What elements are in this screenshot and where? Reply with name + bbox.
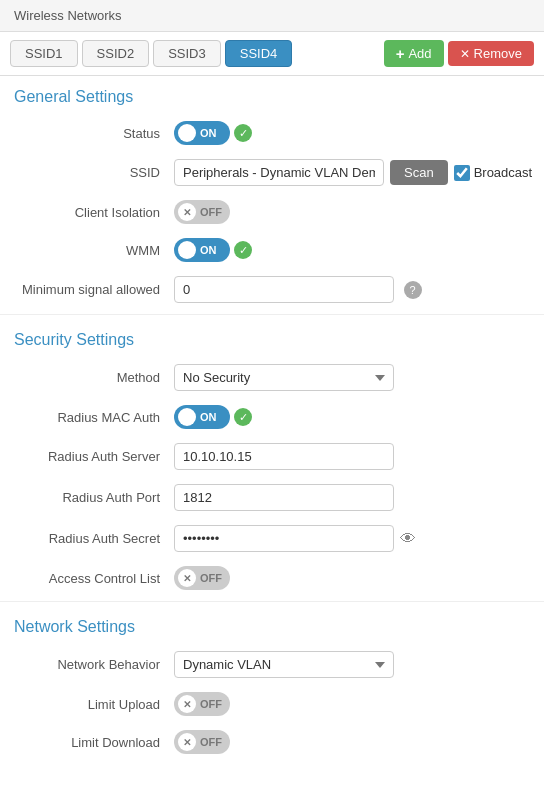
min-signal-control: ? xyxy=(174,276,530,303)
wmm-control: ON ✓ xyxy=(174,238,530,262)
general-settings-title: General Settings xyxy=(0,76,544,114)
limit-download-row: Limit Download ✕ OFF xyxy=(14,723,530,761)
radius-port-label: Radius Auth Port xyxy=(14,490,174,505)
radius-secret-control: 👁 xyxy=(174,525,530,552)
radius-server-input[interactable] xyxy=(174,443,394,470)
limit-upload-control: ✕ OFF xyxy=(174,692,530,716)
acl-label: Access Control List xyxy=(14,571,174,586)
min-signal-row: Minimum signal allowed ? xyxy=(14,269,530,310)
limit-upload-toggle[interactable]: ✕ OFF xyxy=(174,692,230,716)
acl-control: ✕ OFF xyxy=(174,566,530,590)
radius-secret-input[interactable] xyxy=(174,525,394,552)
limit-download-label: Limit Download xyxy=(14,735,174,750)
wmm-row: WMM ON ✓ xyxy=(14,231,530,269)
limit-upload-toggle-knob: ✕ xyxy=(178,695,196,713)
limit-upload-row: Limit Upload ✕ OFF xyxy=(14,685,530,723)
radius-mac-check-icon: ✓ xyxy=(234,408,252,426)
ssid-input[interactable] xyxy=(174,159,384,186)
add-button[interactable]: Add xyxy=(384,40,444,67)
tab-ssid3[interactable]: SSID3 xyxy=(153,40,221,67)
radius-mac-row: Radius MAC Auth ON ✓ xyxy=(14,398,530,436)
radius-port-input[interactable] xyxy=(174,484,394,511)
broadcast-checkbox[interactable] xyxy=(454,165,470,181)
limit-download-control: ✕ OFF xyxy=(174,730,530,754)
acl-row: Access Control List ✕ OFF xyxy=(14,559,530,597)
radius-mac-toggle-group[interactable]: ON ✓ xyxy=(174,405,252,429)
wmm-toggle-label: ON xyxy=(200,244,217,256)
wmm-toggle-knob xyxy=(178,241,196,259)
network-behavior-row: Network Behavior Dynamic VLAN Bridge NAT xyxy=(14,644,530,685)
broadcast-label: Broadcast xyxy=(474,165,533,180)
ssid-row: SSID Scan Broadcast xyxy=(14,152,530,193)
security-settings-section: Security Settings Method No Security WPA… xyxy=(0,319,544,597)
ssid-input-group: Scan Broadcast xyxy=(174,159,532,186)
limit-upload-label: Limit Upload xyxy=(14,697,174,712)
network-settings-section: Network Settings Network Behavior Dynami… xyxy=(0,606,544,761)
radius-port-control xyxy=(174,484,530,511)
radius-mac-label: Radius MAC Auth xyxy=(14,410,174,425)
toggle-knob-off: ✕ xyxy=(178,203,196,221)
tabs-bar: SSID1 SSID2 SSID3 SSID4 Add Remove xyxy=(0,32,544,76)
radius-mac-control: ON ✓ xyxy=(174,405,530,429)
wmm-label: WMM xyxy=(14,243,174,258)
general-settings-section: General Settings Status ON ✓ SSID xyxy=(0,76,544,310)
ssid-label: SSID xyxy=(14,165,174,180)
radius-mac-toggle-label: ON xyxy=(200,411,217,423)
acl-toggle-knob: ✕ xyxy=(178,569,196,587)
network-behavior-control: Dynamic VLAN Bridge NAT xyxy=(174,651,530,678)
method-row: Method No Security WPA2 Personal WPA2 En… xyxy=(14,357,530,398)
security-settings-title: Security Settings xyxy=(0,319,544,357)
acl-toggle[interactable]: ✕ OFF xyxy=(174,566,230,590)
method-label: Method xyxy=(14,370,174,385)
wmm-toggle[interactable]: ON xyxy=(174,238,230,262)
radius-server-control xyxy=(174,443,530,470)
window-title: Wireless Networks xyxy=(14,8,122,23)
method-control: No Security WPA2 Personal WPA2 Enterpris… xyxy=(174,364,530,391)
method-select[interactable]: No Security WPA2 Personal WPA2 Enterpris… xyxy=(174,364,394,391)
acl-toggle-label: OFF xyxy=(200,572,222,584)
limit-download-toggle-knob: ✕ xyxy=(178,733,196,751)
tab-ssid4[interactable]: SSID4 xyxy=(225,40,293,67)
limit-download-toggle[interactable]: ✕ OFF xyxy=(174,730,230,754)
status-label: Status xyxy=(14,126,174,141)
limit-upload-toggle-label: OFF xyxy=(200,698,222,710)
status-row: Status ON ✓ xyxy=(14,114,530,152)
radius-port-row: Radius Auth Port xyxy=(14,477,530,518)
radius-mac-toggle[interactable]: ON xyxy=(174,405,230,429)
client-isolation-toggle-label: OFF xyxy=(200,206,222,218)
radius-mac-toggle-knob xyxy=(178,408,196,426)
client-isolation-row: Client Isolation ✕ OFF xyxy=(14,193,530,231)
min-signal-input[interactable] xyxy=(174,276,394,303)
network-settings-title: Network Settings xyxy=(0,606,544,644)
tab-ssid2[interactable]: SSID2 xyxy=(82,40,150,67)
status-toggle-group[interactable]: ON ✓ xyxy=(174,121,252,145)
tab-ssid1[interactable]: SSID1 xyxy=(10,40,78,67)
client-isolation-label: Client Isolation xyxy=(14,205,174,220)
eye-icon[interactable]: 👁 xyxy=(400,530,416,548)
client-isolation-toggle[interactable]: ✕ OFF xyxy=(174,200,230,224)
ssid-control: Scan Broadcast xyxy=(174,159,532,186)
radius-server-label: Radius Auth Server xyxy=(14,449,174,464)
scan-button[interactable]: Scan xyxy=(390,160,448,185)
limit-download-toggle-label: OFF xyxy=(200,736,222,748)
status-toggle[interactable]: ON xyxy=(174,121,230,145)
status-control: ON ✓ xyxy=(174,121,530,145)
radius-secret-label: Radius Auth Secret xyxy=(14,531,174,546)
help-icon[interactable]: ? xyxy=(404,281,422,299)
network-behavior-select[interactable]: Dynamic VLAN Bridge NAT xyxy=(174,651,394,678)
broadcast-label-group[interactable]: Broadcast xyxy=(454,165,533,181)
status-toggle-label: ON xyxy=(200,127,217,139)
network-behavior-label: Network Behavior xyxy=(14,657,174,672)
toggle-knob xyxy=(178,124,196,142)
window-title-bar: Wireless Networks xyxy=(0,0,544,32)
wmm-toggle-group[interactable]: ON ✓ xyxy=(174,238,252,262)
radius-server-row: Radius Auth Server xyxy=(14,436,530,477)
client-isolation-control: ✕ OFF xyxy=(174,200,530,224)
min-signal-label: Minimum signal allowed xyxy=(14,282,174,297)
remove-button[interactable]: Remove xyxy=(448,41,534,66)
radius-secret-input-group: 👁 xyxy=(174,525,530,552)
status-check-icon: ✓ xyxy=(234,124,252,142)
radius-secret-row: Radius Auth Secret 👁 xyxy=(14,518,530,559)
wmm-check-icon: ✓ xyxy=(234,241,252,259)
